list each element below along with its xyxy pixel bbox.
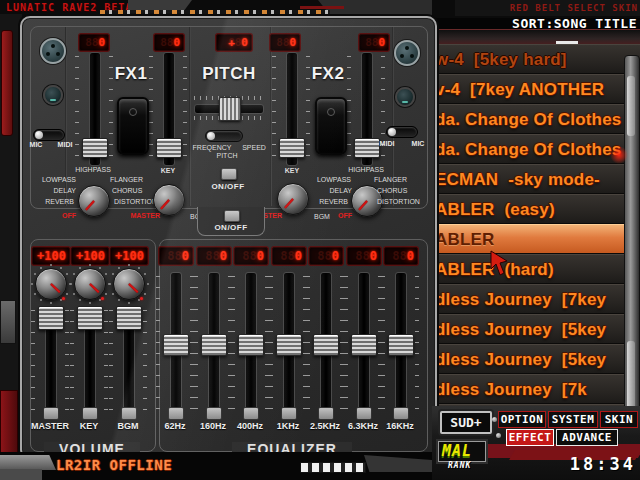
clock: 18:34 <box>548 454 636 474</box>
scrollbar-segment <box>627 76 635 136</box>
song-row[interactable]: ECMAN -sky mode- <box>432 164 640 194</box>
song-row[interactable]: ABLER (easy) <box>432 194 640 224</box>
fx-label-reverb: REVERB <box>306 198 348 206</box>
advance-button[interactable]: ADVANCE <box>556 429 618 446</box>
effect-button[interactable]: EFFECT <box>506 429 554 446</box>
song-list: w-4 [5key hard] v-4 [7key ANOTHER da. Ch… <box>432 44 640 408</box>
xlr-connector <box>40 38 66 64</box>
song-list-scrollbar[interactable] <box>624 55 640 422</box>
route-label-key: KEY <box>140 167 196 175</box>
footer-trapezoid <box>364 455 432 472</box>
left-frame <box>0 14 22 458</box>
fx-label-delay: DELAY <box>38 187 76 195</box>
bgm-volume-display: +100 <box>110 247 148 265</box>
fx2-rocker-switch[interactable] <box>315 97 347 155</box>
eq-1khz-display: 0 <box>272 247 306 265</box>
eq-6-3khz-fader[interactable] <box>350 272 376 416</box>
indicator-dot <box>492 417 497 422</box>
song-row[interactable]: v-4 [7key ANOTHER <box>432 74 640 104</box>
footer-slab <box>0 455 56 470</box>
footer-controls: SUD+ OPTION SYSTEM SKIN EFFECT ADVANCE M… <box>432 406 640 480</box>
midi-connector <box>395 87 415 107</box>
fx2-target-knob[interactable] <box>277 183 309 215</box>
pitch-onoff-button[interactable] <box>221 168 237 180</box>
fx-label-highpass: HIGHPASS <box>335 166 397 174</box>
fx1-title: FX1 <box>101 64 161 84</box>
speed-label: SPEED <box>240 144 268 152</box>
freq-speed-switch[interactable] <box>205 130 243 142</box>
scrollbar-segment <box>627 341 635 416</box>
fx2-title: FX2 <box>298 64 358 84</box>
system-button[interactable]: SYSTEM <box>548 411 598 428</box>
xlr-connector <box>394 40 420 66</box>
song-row[interactable]: w-4 [5key hard] <box>432 44 640 74</box>
bgm-volume-fader[interactable] <box>115 306 141 416</box>
song-row-selected[interactable]: ABLER <box>432 224 640 254</box>
eq-channel-400hz: 0 400Hz <box>232 239 268 450</box>
eq-2-5khz-display: 0 <box>309 247 343 265</box>
song-row[interactable]: dless Journey [5key <box>432 314 640 344</box>
master-volume-fader[interactable] <box>37 306 63 416</box>
eq-channel-16khz: 0 16KHz <box>382 239 418 450</box>
eq-62hz-fader[interactable] <box>162 272 188 416</box>
top-red-trim <box>300 6 344 9</box>
mic-label: MIC <box>408 140 428 147</box>
fx-onoff-label: ON/OFF <box>198 223 264 232</box>
fx1-rocker-switch[interactable] <box>117 97 149 155</box>
eq-160hz-fader[interactable] <box>200 272 226 416</box>
bottom-bar: LR2IR OFFLINE <box>0 452 432 480</box>
fx-label-lowpass: LOWPASS <box>305 176 351 184</box>
eq-2-5khz-fader[interactable] <box>312 272 338 416</box>
eq-1khz-fader[interactable] <box>275 272 301 416</box>
fx-onoff-button[interactable] <box>224 210 240 222</box>
song-row[interactable]: ABLER (hard) <box>432 254 640 284</box>
fx-label-flanger: FLANGER <box>374 176 422 184</box>
fx1-effect-knob[interactable] <box>78 185 110 217</box>
eq-channel-62hz: 0 62Hz <box>157 239 193 450</box>
fx-label-lowpass: LOWPASS <box>30 176 76 184</box>
eq-400hz-fader[interactable] <box>237 272 263 416</box>
master-volume-display: +100 <box>32 247 70 265</box>
mic-midi-switch-left[interactable] <box>33 129 65 141</box>
song-row[interactable]: da. Change Of Clothes <box>432 104 640 134</box>
frame-red-bar <box>0 390 18 454</box>
fx1-display-a: 0 <box>79 34 109 51</box>
mic-label: MIC <box>26 141 46 148</box>
song-row[interactable]: dless Journey [7key <box>432 284 640 314</box>
volume-channel-bgm: +100 BGM <box>109 239 147 450</box>
eq-channel-6-3khz: 0 6.3KHz <box>345 239 381 450</box>
key-volume-display: +100 <box>71 247 109 265</box>
option-button[interactable]: OPTION <box>498 411 546 428</box>
fx-onoff-tab: ON/OFF <box>197 207 265 236</box>
fx-label-off: OFF <box>54 212 76 220</box>
bgm-volume-knob[interactable] <box>113 268 145 300</box>
master-volume-knob[interactable] <box>35 268 67 300</box>
pitch-display: + 0 <box>216 34 252 51</box>
mic-midi-switch-right[interactable] <box>386 126 418 138</box>
key-volume-fader[interactable] <box>76 306 102 416</box>
section-divider <box>189 27 191 206</box>
footer-dash-trim <box>300 462 366 473</box>
eq-16khz-fader[interactable] <box>387 272 413 416</box>
key-volume-knob[interactable] <box>74 268 106 300</box>
fx-label-distortion: DISTORTION <box>377 198 433 206</box>
fx-label-off: OFF <box>330 212 352 220</box>
fx2-display-a: 0 <box>270 34 300 51</box>
sudden-plus-button[interactable]: SUD+ <box>440 411 492 434</box>
song-row[interactable]: da. Change Of Clothes <box>432 134 640 164</box>
song-row[interactable]: dless Journey [5key <box>432 344 640 374</box>
fx-label-delay: DELAY <box>314 187 352 195</box>
frequency-label: FREQENCY <box>189 144 235 152</box>
footer-slab <box>0 469 42 480</box>
eq-62hz-display: 0 <box>159 247 193 265</box>
skin-button[interactable]: SKIN <box>600 411 638 428</box>
mixer-panel: MIC MIDI 0 0 FX1 HIGHPASS LOWPASS FLANGE… <box>20 16 437 460</box>
mouse-cursor <box>490 250 512 276</box>
pitch-mode-label: PITCH <box>210 152 244 160</box>
lr2-music-select-screen: LUNATIC RAVE2 BETA3 RED BELT SELECT SKIN… <box>0 0 640 480</box>
pitch-slider[interactable] <box>194 102 264 114</box>
indicator-dot <box>496 433 501 438</box>
midi-label: MIDI <box>374 140 400 147</box>
route-label-master: MASTER <box>124 212 160 220</box>
song-row[interactable]: dless Journey [7k <box>432 374 640 404</box>
